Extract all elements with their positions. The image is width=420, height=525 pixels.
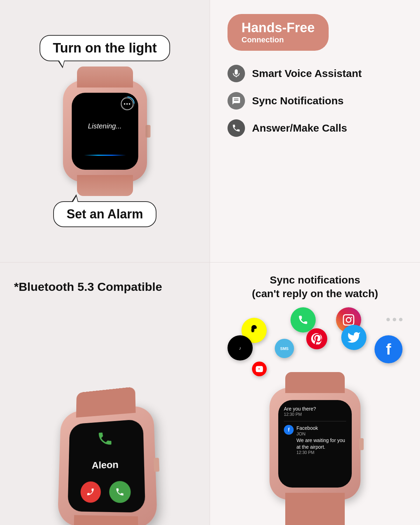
watch-band-top-left <box>77 66 133 88</box>
hands-free-badge: Hands-Free Connection <box>227 14 329 51</box>
feature-list: Smart Voice Assistant Sync Notifications… <box>227 65 402 137</box>
accept-icon <box>115 487 125 496</box>
tiktok-label: ♪ <box>239 345 241 351</box>
arc-indicator <box>120 96 135 111</box>
feature-call: Answer/Make Calls <box>227 119 402 137</box>
reject-call-button[interactable] <box>80 481 101 503</box>
watch-band-bottom-left <box>77 175 133 196</box>
feature-voice-label: Smart Voice Assistant <box>252 68 362 79</box>
msg-svg <box>232 96 241 105</box>
voice-command-bubble-top: Turn on the light <box>40 35 170 61</box>
notif-fb-time: 12:30 PM <box>296 450 346 455</box>
whatsapp-icon <box>290 307 316 332</box>
notif-fb-msg: We are waiting for you at the airport. <box>296 437 346 450</box>
sms-icon: SMS <box>275 339 294 358</box>
snapchat-svg <box>247 324 261 337</box>
notification-2: f Facebook JON We are waiting for you at… <box>284 425 346 455</box>
accept-call-button[interactable] <box>109 481 131 503</box>
notif-fb-content: Facebook JON We are waiting for you at t… <box>296 425 346 455</box>
caller-name: Aleon <box>92 459 118 471</box>
watch-screen-voice: Listening... <box>72 93 138 170</box>
panel-bluetooth: *Bluetooth 5.3 Compatible Aleon <box>0 262 210 525</box>
sms-label: SMS <box>280 346 289 351</box>
sync-title: Sync notifications (can't reply on the w… <box>220 273 410 300</box>
watch-call-body: Aleon <box>57 405 158 525</box>
watch-notif-crown <box>359 438 364 450</box>
panel-voice-assistant: Turn on the light Lis <box>0 0 210 262</box>
watch-body-left: Listening... <box>63 80 147 182</box>
pinterest-svg <box>311 333 322 344</box>
reject-icon <box>86 487 95 496</box>
mic-svg <box>232 69 241 78</box>
youtube-icon <box>252 362 267 376</box>
carousel-dots <box>386 318 402 321</box>
notif-fb-sender: JON <box>296 431 346 436</box>
watch-call-crown <box>153 458 159 472</box>
dot-2 <box>393 318 396 321</box>
fb-app-icon: f <box>284 425 294 435</box>
feature-sync: Sync Notifications <box>227 92 402 110</box>
watch-notif-body: Are you there? 12:30 PM f Facebook JON W… <box>270 388 360 500</box>
twitter-svg <box>347 330 361 344</box>
call-svg <box>232 124 241 133</box>
pinterest-icon <box>306 328 327 349</box>
notification-1: Are you there? 12:30 PM <box>284 406 346 417</box>
dot-3 <box>399 318 402 321</box>
watch-notif-band-top <box>285 372 345 393</box>
watch-call-band-bottom <box>72 515 139 525</box>
voice-command-bubble-bottom: Set an Alarm <box>53 201 156 227</box>
tiktok-icon: ♪ <box>227 335 253 360</box>
main-grid: Turn on the light Lis <box>0 0 420 525</box>
msg-icon <box>227 92 245 110</box>
panel-hands-free: Hands-Free Connection Smart Voice Assist… <box>210 0 420 262</box>
facebook-icon: f <box>374 335 402 363</box>
notif-fb-app-name: Facebook <box>296 425 346 431</box>
youtube-svg <box>255 365 263 373</box>
watch-notif-container: Are you there? 12:30 PM f Facebook JON W… <box>220 388 410 500</box>
call-buttons <box>80 481 131 503</box>
listening-text: Listening... <box>88 122 122 130</box>
sync-title-line2: (can't reply on the watch) <box>252 288 378 299</box>
watch-voice: Listening... <box>56 72 154 191</box>
dot-1 <box>386 318 390 321</box>
watch-call-band-top <box>76 387 135 418</box>
phone-svg <box>97 429 113 447</box>
call-icon <box>227 119 245 137</box>
watch-notif-screen: Are you there? 12:30 PM f Facebook JON W… <box>278 400 352 488</box>
feature-call-label: Answer/Make Calls <box>252 122 347 134</box>
notif-msg-1: Are you there? <box>284 406 346 412</box>
bluetooth-title: *Bluetooth 5.3 Compatible <box>14 280 196 294</box>
watch-notif-band-bottom <box>285 493 345 525</box>
incoming-call-icon <box>97 429 113 449</box>
watch-crown-left <box>146 125 150 138</box>
watch-call-screen: Aleon <box>68 419 145 513</box>
hands-free-subtitle: Connection <box>241 35 315 44</box>
hands-free-title: Hands-Free <box>241 20 315 35</box>
facebook-label: f <box>386 341 391 358</box>
mic-icon <box>227 65 245 82</box>
notif-time-1: 12:30 PM <box>284 412 346 417</box>
feature-sync-label: Sync Notifications <box>252 95 344 107</box>
whatsapp-svg <box>295 312 311 328</box>
notif-divider <box>284 421 346 421</box>
sync-title-line1: Sync notifications <box>270 274 360 286</box>
panel-sync-notifications: Sync notifications (can't reply on the w… <box>210 262 420 525</box>
feature-voice: Smart Voice Assistant <box>227 65 402 82</box>
twitter-icon <box>341 325 366 350</box>
watch-call-container: Aleon <box>14 304 196 525</box>
voice-wave <box>84 155 126 156</box>
